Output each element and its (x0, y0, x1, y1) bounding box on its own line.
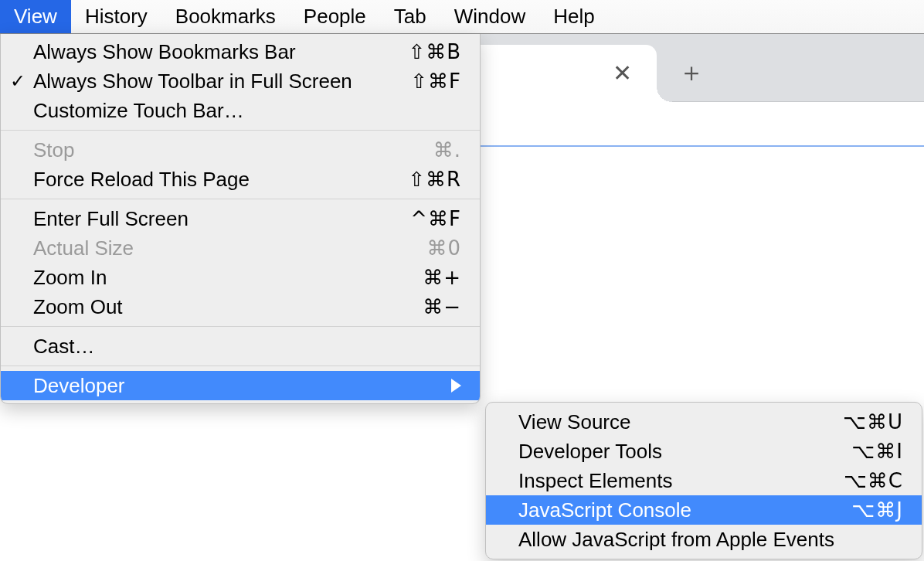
menu-item-label: Stop (33, 138, 433, 162)
menu-separator (1, 326, 480, 327)
menu-separator (1, 199, 480, 199)
menu-item-label: Developer (33, 374, 451, 398)
menubar-item-history[interactable]: History (71, 0, 161, 33)
menu-item-label: Zoom In (33, 266, 423, 290)
new-tab-button[interactable]: ＋ (678, 59, 705, 85)
menu-item-stop: Stop ⌘. (1, 135, 480, 165)
menu-item-actual-size: Actual Size ⌘0 (1, 233, 480, 263)
menu-item-always-show-bookmarks-bar[interactable]: Always Show Bookmarks Bar ⇧⌘B (1, 37, 480, 66)
menu-item-allow-js-apple-events[interactable]: Allow JavaScript from Apple Events (486, 525, 922, 554)
menu-item-label: Actual Size (33, 236, 426, 260)
menu-item-label: JavaScript Console (518, 498, 851, 522)
menu-item-label: View Source (518, 410, 843, 434)
menubar-item-view[interactable]: View (0, 0, 71, 33)
menu-item-shortcut: ⌘0 (426, 236, 461, 260)
view-menu: Always Show Bookmarks Bar ⇧⌘B ✓ Always S… (0, 34, 481, 404)
menu-item-customize-touch-bar[interactable]: Customize Touch Bar… (1, 96, 480, 125)
menu-item-cast[interactable]: Cast… (1, 332, 480, 361)
menu-separator (1, 366, 480, 366)
menu-item-developer-tools[interactable]: Developer Tools ⌥⌘I (486, 437, 922, 466)
menu-item-label: Inspect Elements (518, 469, 844, 493)
menu-item-enter-fullscreen[interactable]: Enter Full Screen ^⌘F (1, 204, 480, 233)
menu-item-shortcut: ⇧⌘B (408, 40, 461, 63)
menu-item-label: Always Show Bookmarks Bar (33, 40, 408, 64)
menu-item-shortcut: ⌥⌘I (851, 440, 903, 463)
menubar-item-bookmarks[interactable]: Bookmarks (161, 0, 290, 33)
menu-item-zoom-out[interactable]: Zoom Out ⌘− (1, 292, 480, 321)
menu-item-force-reload[interactable]: Force Reload This Page ⇧⌘R (1, 165, 480, 194)
menubar-item-window[interactable]: Window (440, 0, 539, 33)
menubar-item-people[interactable]: People (290, 0, 380, 33)
menu-separator (1, 130, 480, 131)
menu-item-label: Customize Touch Bar… (33, 99, 461, 123)
menu-item-developer[interactable]: Developer (1, 371, 480, 400)
menu-item-label: Force Reload This Page (33, 168, 408, 192)
menubar-item-help[interactable]: Help (539, 0, 608, 33)
menu-item-zoom-in[interactable]: Zoom In ⌘+ (1, 263, 480, 292)
menu-item-inspect-elements[interactable]: Inspect Elements ⌥⌘C (486, 466, 922, 495)
menu-item-javascript-console[interactable]: JavaScript Console ⌥⌘J (486, 495, 922, 525)
menu-item-shortcut: ⌥⌘J (851, 498, 903, 522)
menu-item-label: Developer Tools (518, 440, 851, 464)
menu-item-shortcut: ^⌘F (410, 207, 461, 230)
menu-item-always-show-toolbar-fullscreen[interactable]: ✓ Always Show Toolbar in Full Screen ⇧⌘F (1, 66, 480, 96)
menu-item-label: Enter Full Screen (33, 207, 410, 231)
menu-item-label: Always Show Toolbar in Full Screen (33, 70, 410, 94)
menu-item-shortcut: ⌥⌘C (844, 469, 903, 492)
checkmark-icon: ✓ (10, 70, 25, 92)
chevron-right-icon (451, 379, 461, 393)
menu-item-view-source[interactable]: View Source ⌥⌘U (486, 407, 922, 437)
menu-item-shortcut: ⌥⌘U (843, 410, 903, 434)
menu-item-label: Allow JavaScript from Apple Events (518, 528, 903, 552)
developer-submenu: View Source ⌥⌘U Developer Tools ⌥⌘I Insp… (485, 402, 922, 559)
menubar-item-tab[interactable]: Tab (380, 0, 440, 33)
menu-item-shortcut: ⌘. (433, 138, 461, 162)
menu-item-label: Cast… (33, 335, 461, 359)
menu-item-shortcut: ⌘+ (423, 266, 461, 289)
menu-item-shortcut: ⌘− (423, 295, 461, 318)
menu-item-shortcut: ⇧⌘R (408, 168, 461, 191)
menu-item-shortcut: ⇧⌘F (410, 70, 461, 93)
menu-item-label: Zoom Out (33, 295, 423, 319)
menubar: View History Bookmarks People Tab Window… (0, 0, 924, 34)
close-icon[interactable]: ✕ (608, 60, 637, 87)
